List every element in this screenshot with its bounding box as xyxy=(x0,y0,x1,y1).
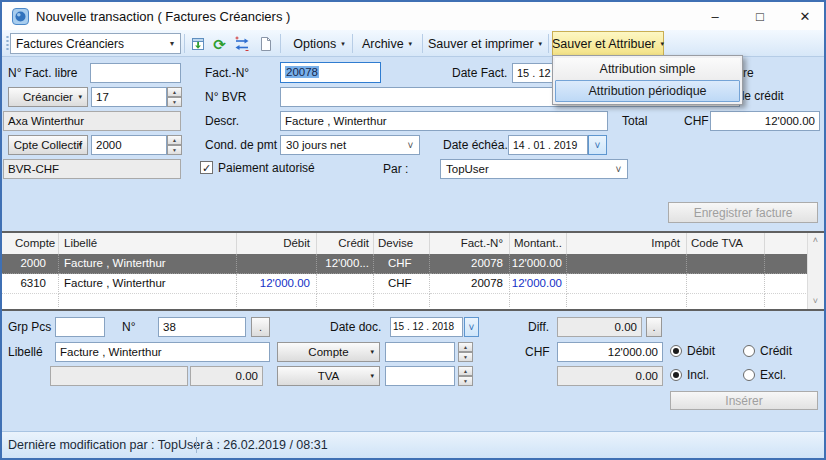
column-header-impot[interactable]: Impôt xyxy=(567,233,687,254)
caret-down-icon: ▾ xyxy=(370,348,374,356)
tva-input[interactable] xyxy=(385,366,455,386)
fact-n-input[interactable]: 20078 xyxy=(280,62,381,83)
incl-radio-label: Incl. xyxy=(687,368,709,382)
menu-item-attribution-periodique[interactable]: Attribution périodique xyxy=(555,80,740,102)
toolbar-separator xyxy=(184,34,185,53)
menu-item-attribution-simple[interactable]: Attribution simple xyxy=(555,58,740,80)
credit-radio-label: Crédit xyxy=(760,344,792,358)
excl-radio[interactable] xyxy=(743,369,755,381)
column-header-libelle[interactable]: Libellé xyxy=(59,233,237,254)
incl-radio[interactable] xyxy=(670,369,682,381)
new-document-button[interactable] xyxy=(255,34,276,54)
column-header-debit[interactable]: Débit xyxy=(237,233,317,254)
total-label: Total xyxy=(622,114,647,128)
debit-radio[interactable] xyxy=(670,345,682,357)
compte-spinner[interactable]: ▲ ▼ xyxy=(458,342,473,362)
compte-input[interactable] xyxy=(385,342,455,362)
transaction-type-combo[interactable]: Factures Créanciers ▾ xyxy=(10,33,181,54)
archive-button[interactable]: Archive ▾ xyxy=(355,31,419,56)
tax-amount-field: 0.00 xyxy=(557,366,663,386)
column-header-montant[interactable]: Montant.. xyxy=(510,233,567,254)
paiement-autorise-checkbox[interactable]: ✓ xyxy=(200,161,213,174)
table-row[interactable]: 2000 Facture , Winterthur 12'000... CHF … xyxy=(2,254,824,274)
diff-label: Diff. xyxy=(528,320,549,334)
total-input[interactable] xyxy=(710,111,820,131)
n-fact-libre-input[interactable] xyxy=(90,63,181,83)
creancier-name-field: Axa Winterthur xyxy=(3,111,181,131)
descr-label: Descr. xyxy=(205,114,239,128)
chevron-down-icon: ˅ xyxy=(610,164,627,175)
par-label: Par : xyxy=(383,162,408,176)
grp-pcs-label: Grp Pcs xyxy=(8,320,51,334)
toolbar: Factures Créanciers ▾ ⟳ xyxy=(2,30,824,57)
options-button[interactable]: Options ▾ xyxy=(288,31,350,56)
column-header-fact-n[interactable]: Fact.-N° xyxy=(430,233,510,254)
date-doc-input[interactable]: 15 . 12 . 2018 xyxy=(390,317,463,337)
creancier-dropdown-button[interactable]: Créancier ▾ xyxy=(8,87,88,107)
column-header-devise[interactable]: Devise xyxy=(374,233,430,254)
libelle-input[interactable] xyxy=(55,342,270,362)
insert-button[interactable]: Insérer xyxy=(670,391,818,410)
caret-down-icon: ▾ xyxy=(370,372,374,380)
diff-lookup-button[interactable]: . xyxy=(646,317,662,337)
cond-pmt-select[interactable]: 30 jours net ˅ xyxy=(280,135,420,155)
status-bar: Dernière modification par : TopUser à : … xyxy=(2,431,824,458)
creancier-spinner[interactable]: ▲ ▼ xyxy=(167,87,182,107)
spin-up-icon[interactable]: ▲ xyxy=(458,342,473,352)
adjust-columns-icon xyxy=(234,36,250,52)
grp-pcs-input[interactable] xyxy=(55,317,105,337)
spin-down-icon[interactable]: ▼ xyxy=(167,97,182,107)
close-button[interactable]: ✕ xyxy=(788,4,822,28)
column-header-credit[interactable]: Crédit xyxy=(317,233,374,254)
column-header-compte[interactable]: Compte xyxy=(2,233,59,254)
credit-radio[interactable] xyxy=(743,345,755,357)
descr-input[interactable] xyxy=(280,111,608,131)
window-title: Nouvelle transaction ( Factures Créancie… xyxy=(36,9,290,24)
table-empty-row xyxy=(2,294,824,307)
date-echeance-input[interactable]: 14 . 01 . 2019 xyxy=(508,135,588,155)
caret-down-icon: ▾ xyxy=(539,40,543,48)
caret-down-icon: ▾ xyxy=(78,141,82,149)
spin-down-icon[interactable]: ▼ xyxy=(167,145,182,155)
maximize-button[interactable]: □ xyxy=(743,4,777,28)
tva-dropdown-button[interactable]: TVA ▾ xyxy=(277,366,380,386)
debit-radio-label: Débit xyxy=(687,344,715,358)
tva-spinner[interactable]: ▲ ▼ xyxy=(458,366,473,386)
spin-up-icon[interactable]: ▲ xyxy=(458,366,473,376)
creancier-number-input[interactable] xyxy=(91,87,167,107)
entry-amount-input[interactable] xyxy=(557,342,663,362)
refresh-button[interactable]: ⟳ xyxy=(209,34,230,54)
spin-up-icon[interactable]: ▲ xyxy=(167,87,182,97)
toolbar-grip-handle[interactable] xyxy=(6,35,9,52)
title-bar: Nouvelle transaction ( Factures Créancie… xyxy=(2,2,824,30)
toolbar-separator xyxy=(548,34,549,53)
fact-n-label: Fact.-N° xyxy=(205,66,249,80)
spin-down-icon[interactable]: ▼ xyxy=(458,352,473,362)
minimize-button[interactable]: – xyxy=(698,4,732,28)
scroll-up-icon[interactable]: ˄ xyxy=(808,233,823,248)
import-button[interactable] xyxy=(187,34,208,54)
cpte-collectif-input[interactable] xyxy=(91,135,167,155)
piece-number-input[interactable] xyxy=(158,317,246,337)
caret-down-icon: ▾ xyxy=(661,40,665,48)
date-echeance-dropdown-button[interactable]: ˅ xyxy=(588,135,607,155)
spin-up-icon[interactable]: ▲ xyxy=(167,135,182,145)
par-select[interactable]: TopUser ˅ xyxy=(440,159,628,179)
save-print-button[interactable]: Sauver et imprimer ▾ xyxy=(426,31,544,56)
save-assign-button[interactable]: Sauver et Attribuer ▾ xyxy=(552,31,664,57)
column-header-code-tva[interactable]: Code TVA xyxy=(687,233,765,254)
table-row[interactable]: 6310 Facture , Winterthur 12'000.00 CHF … xyxy=(2,274,824,294)
save-invoice-button[interactable]: Enregistrer facture xyxy=(668,202,818,223)
date-doc-dropdown-button[interactable]: ˅ xyxy=(464,317,479,337)
cpte-collectif-dropdown-button[interactable]: Cpte Collectif ▾ xyxy=(8,135,88,155)
adjust-columns-button[interactable] xyxy=(231,34,252,54)
transactions-table: Compte Libellé Débit Crédit Devise Fact.… xyxy=(2,231,824,311)
diff-field: 0.00 xyxy=(557,317,642,337)
piece-number-lookup-button[interactable]: . xyxy=(251,317,270,337)
compte-dropdown-button[interactable]: Compte ▾ xyxy=(277,342,380,362)
toolbar-separator xyxy=(352,34,353,53)
spin-down-icon[interactable]: ▼ xyxy=(458,376,473,386)
cpte-collectif-spinner[interactable]: ▲ ▼ xyxy=(167,135,182,155)
scroll-down-icon[interactable]: ˅ xyxy=(808,294,823,309)
table-scrollbar[interactable]: ˄ ˅ xyxy=(807,233,824,309)
